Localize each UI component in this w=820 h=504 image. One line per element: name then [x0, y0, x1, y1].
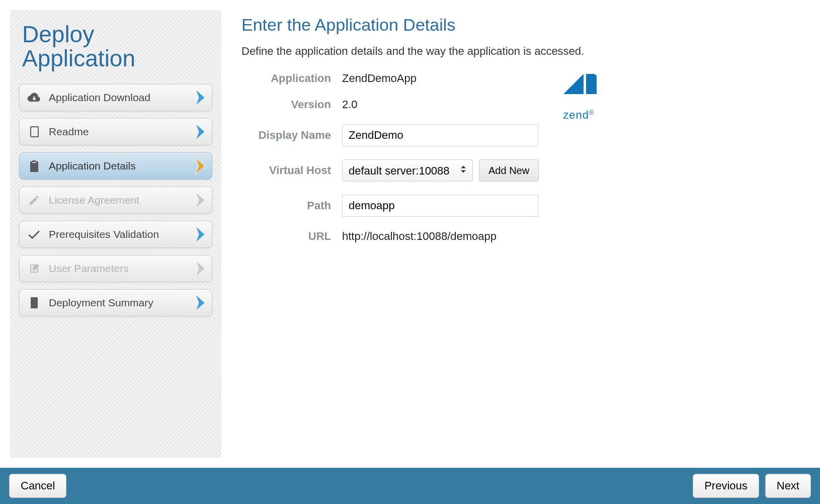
label-display-name: Display Name	[241, 129, 342, 142]
label-application: Application	[241, 72, 342, 85]
wizard-sidebar: Deploy Application Application Download	[10, 10, 221, 458]
list-icon	[27, 295, 42, 310]
book-icon	[27, 124, 42, 139]
cancel-button[interactable]: Cancel	[9, 474, 66, 498]
step-prerequisites-validation[interactable]: Prerequisites Validation	[19, 221, 212, 248]
step-application-details[interactable]: Application Details	[19, 152, 212, 180]
chevron-right-icon	[194, 293, 209, 313]
step-application-download[interactable]: Application Download	[19, 84, 212, 111]
add-new-vhost-button[interactable]: Add New	[479, 159, 539, 182]
step-label: License Agreement	[49, 194, 189, 206]
value-version: 2.0	[342, 98, 358, 111]
label-virtual-host: Virtual Host	[241, 164, 342, 177]
label-url: URL	[241, 230, 342, 243]
application-details-form: zend® Application ZendDemoApp Version 2.…	[241, 72, 594, 243]
label-path: Path	[241, 199, 342, 212]
zend-logo-text: zend	[563, 109, 589, 121]
chevron-right-icon	[194, 224, 209, 244]
step-label: Deployment Summary	[49, 297, 189, 309]
main-panel: Enter the Application Details Define the…	[221, 10, 810, 458]
value-application: ZendDemoApp	[342, 72, 417, 85]
pencil-icon	[27, 193, 42, 208]
wizard-footer: Cancel Previous Next	[0, 468, 820, 504]
step-label: Prerequisites Validation	[49, 228, 189, 240]
sidebar-title: Deploy Application	[22, 22, 210, 71]
chevron-right-icon	[194, 88, 209, 108]
cloud-download-icon	[27, 90, 42, 105]
check-icon	[27, 227, 42, 242]
display-name-input[interactable]	[342, 124, 538, 146]
chevron-right-icon	[194, 122, 209, 142]
page-title: Enter the Application Details	[241, 15, 790, 35]
value-url: http://localhost:10088/demoapp	[342, 230, 497, 243]
step-deployment-summary[interactable]: Deployment Summary	[19, 289, 212, 316]
wizard-steps: Application Download Readme	[19, 84, 212, 316]
chevron-right-icon	[194, 259, 209, 279]
step-label: Application Download	[49, 92, 189, 104]
path-input[interactable]	[342, 195, 538, 217]
step-label: Application Details	[49, 160, 189, 172]
label-version: Version	[241, 98, 342, 111]
edit-square-icon	[27, 261, 42, 276]
next-button[interactable]: Next	[765, 474, 811, 498]
step-readme[interactable]: Readme	[19, 118, 212, 145]
chevron-right-icon	[194, 190, 209, 210]
zend-logo: zend®	[558, 69, 599, 122]
previous-button[interactable]: Previous	[693, 474, 759, 498]
virtual-host-select[interactable]: default server:10088	[342, 159, 473, 182]
chevron-right-icon	[194, 156, 209, 176]
step-license-agreement: License Agreement	[19, 187, 212, 214]
step-user-parameters: User Parameters	[19, 255, 212, 282]
page-description: Define the application details and the w…	[241, 45, 790, 58]
clipboard-icon	[27, 158, 42, 174]
step-label: Readme	[49, 126, 189, 138]
step-label: User Parameters	[49, 263, 189, 275]
